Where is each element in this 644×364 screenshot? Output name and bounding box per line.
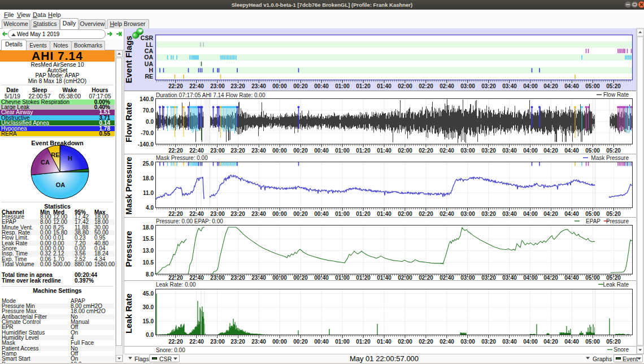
svg-text:04:20: 04:20	[543, 148, 558, 154]
svg-text:UA: UA	[145, 60, 154, 67]
svg-text:30.0: 30.0	[143, 304, 154, 310]
svg-text:05:20: 05:20	[606, 339, 621, 345]
svg-text:Flow Rate: Flow Rate	[124, 102, 133, 142]
svg-text:03:20: 03:20	[481, 83, 496, 89]
svg-text:02:00: 02:00	[398, 83, 412, 89]
svg-text:01:20: 01:20	[356, 211, 371, 217]
svg-text:22:40: 22:40	[189, 275, 204, 281]
svg-text:01:20: 01:20	[356, 148, 371, 154]
svg-text:01:20: 01:20	[356, 83, 371, 89]
svg-text:00:00: 00:00	[272, 275, 287, 281]
svg-text:23:20: 23:20	[230, 275, 245, 281]
svg-text:03:00: 03:00	[460, 148, 475, 154]
svg-text:05:00: 05:00	[585, 339, 600, 345]
svg-text:05:00: 05:00	[585, 83, 600, 89]
svg-text:05:20: 05:20	[606, 275, 621, 281]
svg-text:03:20: 03:20	[481, 148, 496, 154]
svg-text:02:20: 02:20	[419, 148, 433, 154]
svg-text:00:00: 00:00	[272, 339, 287, 345]
svg-text:23:00: 23:00	[210, 275, 225, 281]
svg-text:01:40: 01:40	[377, 148, 391, 154]
svg-text:04:00: 04:00	[523, 275, 538, 281]
svg-text:00:20: 00:20	[293, 83, 308, 89]
svg-text:04:20: 04:20	[543, 275, 558, 281]
svg-text:05:00: 05:00	[585, 275, 600, 281]
svg-text:Pressure: Pressure	[606, 218, 629, 224]
svg-text:CSR: CSR	[141, 34, 154, 41]
svg-text:LL: LL	[146, 41, 153, 48]
svg-text:18.0: 18.0	[143, 175, 154, 181]
svg-text:02:00: 02:00	[398, 211, 412, 217]
svg-text:23:00: 23:00	[210, 211, 225, 217]
svg-text:03:20: 03:20	[481, 275, 496, 281]
svg-text:02:40: 02:40	[440, 339, 454, 345]
svg-text:03:00: 03:00	[460, 339, 475, 345]
svg-text:22:20: 22:20	[168, 148, 183, 154]
svg-text:03:40: 03:40	[502, 275, 517, 281]
svg-text:01:00: 01:00	[335, 148, 350, 154]
svg-text:00:40: 00:40	[314, 275, 329, 281]
svg-text:01:00: 01:00	[335, 339, 350, 345]
svg-text:Mask Pressure: 0.00: Mask Pressure: 0.00	[156, 155, 208, 161]
svg-text:01:20: 01:20	[356, 275, 371, 281]
svg-text:02:00: 02:00	[398, 148, 412, 154]
svg-text:03:00: 03:00	[460, 83, 475, 89]
svg-text:02:40: 02:40	[440, 211, 454, 217]
svg-text:00:00: 00:00	[272, 148, 287, 154]
svg-text:CA: CA	[145, 47, 154, 54]
svg-text:04:20: 04:20	[543, 339, 558, 345]
svg-text:00:00: 00:00	[272, 211, 287, 217]
svg-text:05:20: 05:20	[606, 83, 621, 89]
svg-text:02:40: 02:40	[440, 275, 454, 281]
svg-text:10.5: 10.5	[143, 259, 154, 266]
svg-text:22:40: 22:40	[189, 148, 204, 154]
svg-text:22:20: 22:20	[168, 83, 183, 89]
svg-text:05:20: 05:20	[606, 148, 621, 154]
svg-text:04:40: 04:40	[564, 211, 579, 217]
svg-text:03:20: 03:20	[481, 211, 496, 217]
svg-text:0.0: 0.0	[146, 332, 154, 338]
svg-text:02:20: 02:20	[419, 275, 433, 281]
svg-text:04:40: 04:40	[564, 339, 579, 345]
svg-text:22:40: 22:40	[189, 339, 204, 345]
svg-text:03:00: 03:00	[460, 275, 475, 281]
svg-text:Mask Pressure: Mask Pressure	[124, 157, 133, 214]
svg-text:02:00: 02:00	[398, 339, 412, 345]
svg-text:04:20: 04:20	[543, 211, 558, 217]
svg-text:8.0: 8.0	[146, 271, 154, 278]
svg-text:EPAP: EPAP	[586, 218, 601, 224]
svg-text:23:40: 23:40	[251, 339, 266, 345]
svg-text:23:20: 23:20	[230, 83, 245, 89]
svg-text:Event Flags: Event Flags	[124, 36, 133, 83]
svg-text:01:00: 01:00	[335, 275, 350, 281]
svg-text:01:40: 01:40	[377, 211, 391, 217]
svg-text:23:40: 23:40	[251, 275, 266, 281]
svg-text:02:20: 02:20	[419, 211, 433, 217]
svg-text:-140.0: -140.0	[138, 141, 154, 148]
svg-text:00:40: 00:40	[314, 148, 329, 154]
svg-text:04:40: 04:40	[564, 275, 579, 281]
svg-text:140.0: 140.0	[140, 96, 154, 102]
svg-text:00:20: 00:20	[293, 211, 308, 217]
svg-text:15.0: 15.0	[143, 318, 154, 324]
svg-text:Leak Rate: 0.00: Leak Rate: 0.00	[156, 281, 196, 288]
svg-text:00:40: 00:40	[314, 339, 329, 345]
svg-text:01:00: 01:00	[335, 83, 350, 89]
svg-text:23:00: 23:00	[210, 148, 225, 154]
svg-text:22:40: 22:40	[189, 83, 204, 89]
svg-text:05:20: 05:20	[606, 211, 621, 217]
svg-text:03:00: 03:00	[460, 211, 475, 217]
svg-text:Mask Pressure: Mask Pressure	[591, 155, 629, 161]
svg-text:RE: RE	[145, 73, 153, 80]
svg-text:23:40: 23:40	[251, 148, 266, 154]
svg-text:22:20: 22:20	[168, 275, 183, 281]
svg-text:23:40: 23:40	[251, 83, 266, 89]
svg-text:22:20: 22:20	[168, 339, 183, 345]
svg-text:23:20: 23:20	[230, 339, 245, 345]
svg-text:22:40: 22:40	[189, 211, 204, 217]
svg-text:00:20: 00:20	[293, 339, 308, 345]
svg-text:11.0: 11.0	[143, 190, 154, 196]
svg-text:04:00: 04:00	[523, 83, 538, 89]
svg-text:04:40: 04:40	[564, 148, 579, 154]
svg-text:04:20: 04:20	[543, 83, 558, 89]
